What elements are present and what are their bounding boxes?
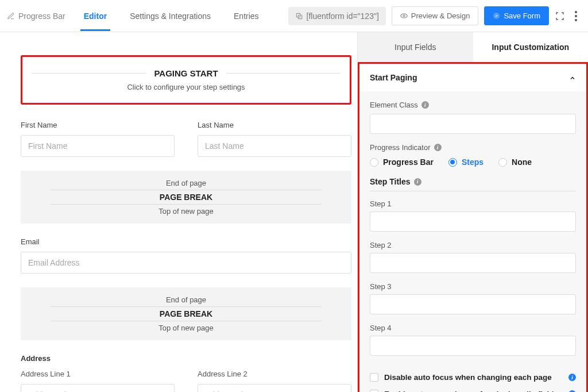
tab-input-fields[interactable]: Input Fields [358,32,473,62]
info-icon[interactable]: i [434,144,442,151]
checkbox [370,373,378,382]
topbar: Progress Bar Editor Settings & Integrati… [0,0,588,32]
panel-title: Start Paging [370,73,417,82]
email-label: Email [21,237,351,246]
preview-design-label: Preview & Design [411,11,470,20]
email-col: Email [21,237,351,274]
checkbox-enable-autopage-row[interactable]: Enable auto page change for single radio… [370,390,576,392]
sidebar-tabs: Input Fields Input Customization [358,32,588,62]
radio-dot [498,158,507,167]
step2-input[interactable] [370,253,576,273]
radio-progress-bar[interactable]: Progress Bar [370,157,434,167]
email-input[interactable] [21,252,351,274]
shortcode-box[interactable]: [fluentform id="123"] [288,7,386,25]
step-titles-label: Step Titles i [370,177,576,186]
radio-steps[interactable]: Steps [448,157,483,167]
preview-design-button[interactable]: Preview & Design [392,6,479,25]
page-break-top-text: Top of new page [28,324,345,332]
email-row: Email [21,237,351,274]
address-section-label: Address [21,354,351,363]
divider [51,321,322,321]
page-break-1[interactable]: End of page PAGE BREAK Top of new page [21,171,351,224]
paging-start-subtitle: Click to configure your step settings [32,83,341,91]
address-row: Address Line 1 Address Line 2 [21,370,351,392]
pencil-icon [7,12,15,20]
form-title-text: Progress Bar [18,11,65,21]
page-break-title: PAGE BREAK [28,309,345,318]
chevron-up-icon [569,74,576,81]
page-break-2[interactable]: End of page PAGE BREAK Top of new page [21,287,351,340]
form-title[interactable]: Progress Bar [7,11,71,21]
page-break-title: PAGE BREAK [28,193,345,202]
step2-label: Step 2 [370,241,576,249]
checkbox [370,390,378,392]
address-line2-label: Address Line 2 [198,370,351,378]
address-line1-label: Address Line 1 [21,370,175,378]
step4-input[interactable] [370,336,576,356]
page-break-top-text: Top of new page [28,207,345,216]
paging-start-title: PAGING START [154,68,218,78]
radio-dot [370,158,378,167]
radio-none[interactable]: None [498,157,532,167]
element-class-label: Element Class i [370,101,576,109]
first-name-input[interactable] [21,135,175,157]
radio-dot [448,158,457,167]
save-form-label: Save Form [504,11,540,20]
address-line2-col: Address Line 2 [198,370,351,392]
tab-editor[interactable]: Editor [74,1,117,31]
tab-entries[interactable]: Entries [223,1,269,31]
last-name-input[interactable] [198,135,351,157]
info-icon[interactable]: i [414,178,421,186]
step3-label: Step 3 [370,282,576,291]
address-line1-input[interactable] [21,384,175,392]
step1-label: Step 1 [370,199,576,208]
tab-settings-integrations[interactable]: Settings & Integrations [119,1,221,31]
copy-icon [295,12,303,20]
save-form-button[interactable]: Save Form [484,6,549,25]
shortcode-text: [fluentform id="123"] [307,11,379,21]
step3-input[interactable] [370,294,576,314]
editor-area: PAGING START Click to configure your ste… [0,32,357,392]
page-break-end-text: End of page [28,179,345,187]
first-name-label: First Name [21,121,175,129]
panel-body: Element Class i Progress Indicator i Pro… [359,91,586,392]
checkbox-label: Disable auto focus when changing each pa… [384,373,563,382]
address-line2-input[interactable] [198,384,351,392]
topbar-left: Progress Bar Editor Settings & Integrati… [7,1,269,31]
last-name-col: Last Name [198,121,351,157]
first-name-col: First Name [21,121,175,157]
page-break-end-text: End of page [28,295,345,304]
topbar-right: [fluentform id="123"] Preview & Design S… [288,6,581,25]
progress-indicator-label: Progress Indicator i [370,143,576,152]
info-icon[interactable]: i [568,374,576,381]
tab-input-customization[interactable]: Input Customization [473,32,589,62]
divider [51,190,322,190]
step1-input[interactable] [370,212,576,232]
progress-indicator-radios: Progress Bar Steps None [370,157,576,167]
divider [51,204,322,205]
fullscreen-icon[interactable] [555,11,565,21]
element-class-input[interactable] [370,114,576,134]
checkbox-disable-autofocus-row[interactable]: Disable auto focus when changing each pa… [370,373,576,382]
svg-point-2 [403,15,405,17]
last-name-label: Last Name [198,121,351,129]
info-icon[interactable]: i [421,101,429,109]
sidebar: Input Fields Input Customization Start P… [357,32,588,392]
eye-icon [400,12,408,20]
customization-panel: Start Paging Element Class i Progress In… [358,62,588,392]
paging-start-block[interactable]: PAGING START Click to configure your ste… [21,55,351,105]
checkbox-label: Enable auto page change for single radio… [384,390,563,392]
divider [370,191,576,191]
address-line1-col: Address Line 1 [21,370,175,392]
step4-label: Step 4 [370,324,576,332]
panel-header-start-paging[interactable]: Start Paging [359,64,586,91]
main: PAGING START Click to configure your ste… [0,32,588,392]
divider [51,306,322,307]
check-circle-icon [493,12,500,20]
kebab-menu-icon[interactable] [571,11,581,21]
name-row: First Name Last Name [21,121,351,157]
